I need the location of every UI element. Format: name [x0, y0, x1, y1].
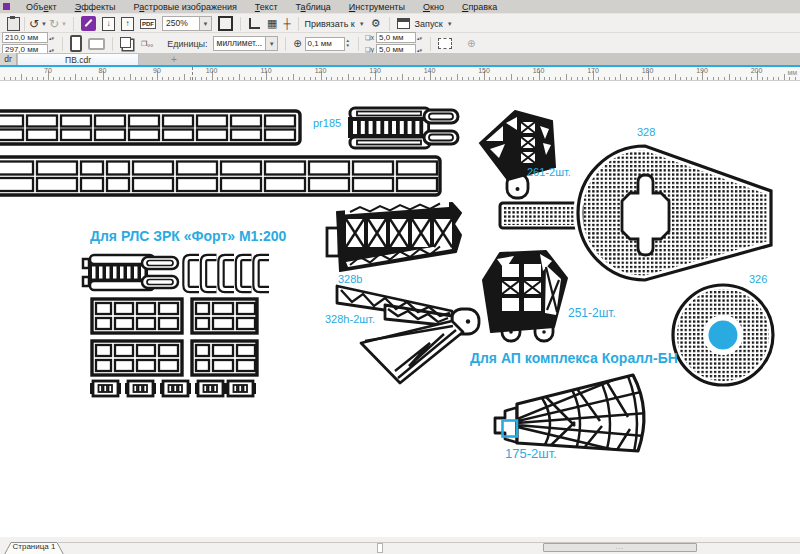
- part-326[interactable]: [673, 285, 773, 385]
- pen-tool-button[interactable]: [81, 16, 96, 31]
- ruler-number: 70: [44, 67, 52, 74]
- treat-as-filled-icon[interactable]: [438, 38, 452, 49]
- snap-to-button[interactable]: Привязать к: [303, 19, 357, 29]
- options-gear-icon[interactable]: ⚙: [371, 17, 381, 30]
- guidelines-toggle-icon[interactable]: ┼: [283, 18, 290, 29]
- export-button[interactable]: ↑: [121, 17, 134, 31]
- ruler-cursor-marker: [192, 67, 193, 80]
- menu-item[interactable]: Растровые изображения: [125, 1, 246, 13]
- snap-to-dropdown-icon[interactable]: ▼: [359, 21, 365, 27]
- menu-bar: ОбъектЭффектыРастровые изображенияТекстТ…: [0, 0, 800, 13]
- part-328b[interactable]: [327, 202, 461, 272]
- zoom-level-combobox[interactable]: 250% ▼: [162, 16, 212, 31]
- import-button[interactable]: ↓: [102, 17, 115, 31]
- undo-dropdown-icon[interactable]: ▼: [41, 21, 47, 27]
- menu-item[interactable]: Текст: [246, 1, 287, 13]
- zoom-dropdown-icon[interactable]: ▼: [200, 16, 212, 31]
- document-tab-partial[interactable]: dr: [0, 53, 17, 65]
- part-label: Для РЛС ЗРК «Форт» М1:200: [90, 228, 286, 244]
- run-button[interactable]: Запуск: [413, 19, 445, 29]
- app-icon: [3, 3, 10, 10]
- part-label: 251-2шт.: [568, 306, 616, 320]
- current-page-size-icon[interactable]: ❐₀₀: [141, 40, 153, 48]
- ruler-number: 110: [260, 67, 271, 74]
- redo-icon: ↻: [49, 18, 59, 30]
- menu-item[interactable]: Эффекты: [66, 1, 125, 13]
- part-label: 328h-2шт.: [325, 313, 375, 325]
- fullscreen-preview-icon[interactable]: [218, 16, 233, 31]
- landscape-orientation-button[interactable]: [88, 38, 105, 50]
- all-pages-size-icon[interactable]: [120, 37, 131, 48]
- drawing-art: [0, 81, 800, 537]
- part-label: pr185: [313, 117, 341, 129]
- run-dropdown-icon[interactable]: ▼: [447, 21, 453, 27]
- ruler-unit-label: мм: [787, 69, 797, 76]
- part-label: 328b: [338, 273, 362, 285]
- part-label: 261-2шт.: [527, 166, 571, 178]
- part-328h[interactable]: [337, 286, 479, 383]
- part-mini-ladder[interactable]: [83, 255, 178, 290]
- standard-toolbar: ↺ ▼ ↻ ▼ ↓ ↑ PDF 250% ▼ ▦ ┼ Привязать к ▼…: [0, 13, 800, 33]
- menu-item[interactable]: Окно: [414, 1, 453, 13]
- grid-toggle-icon[interactable]: ▦: [267, 17, 277, 30]
- part-261[interactable]: [480, 111, 555, 198]
- duplicate-y-spinner[interactable]: ▴▾: [417, 47, 422, 53]
- property-bar: 210,0 мм ▴▾ 297,0 мм ▴▾ ❐₀₀ Единицы: мил…: [0, 32, 800, 54]
- page-tab[interactable]: Страница 1: [3, 541, 65, 554]
- menu-item[interactable]: Таблица: [287, 1, 340, 13]
- page-height-spinner[interactable]: ▴▾: [49, 47, 54, 53]
- menu-item[interactable]: Инструменты: [340, 1, 414, 13]
- rulers-toggle-icon[interactable]: [249, 18, 260, 29]
- paste-icon[interactable]: [7, 17, 20, 31]
- ruler-number: 120: [315, 67, 327, 74]
- part-label: Для АП комплекса Коралл-БН: [470, 350, 678, 366]
- part-label: 328: [637, 126, 655, 138]
- part-label: 175-2шт.: [505, 446, 557, 461]
- redo-dropdown-icon: ▼: [61, 21, 67, 27]
- duplicate-x-field[interactable]: 5,0 мм: [376, 32, 416, 43]
- ruler-number: 200: [751, 67, 763, 74]
- document-tab-bar: dr ПВ.cdr +: [0, 53, 800, 67]
- launcher-panel-icon[interactable]: [397, 18, 410, 29]
- units-value[interactable]: миллимет...: [213, 36, 267, 51]
- page-width-spinner[interactable]: ▴▾: [49, 35, 54, 41]
- portrait-orientation-button[interactable]: [70, 35, 82, 52]
- nudge-icon: ⊕: [293, 38, 301, 49]
- new-document-tab-button[interactable]: +: [165, 53, 183, 65]
- ruler-number: 190: [696, 67, 708, 74]
- menu-item[interactable]: Объект: [17, 1, 66, 13]
- ruler-number: 170: [587, 67, 599, 74]
- page-width-field[interactable]: 210,0 мм: [2, 32, 48, 43]
- menu-items: ОбъектЭффектыРастровые изображенияТекстТ…: [17, 1, 506, 13]
- ruler-number: 130: [369, 67, 381, 74]
- ruler-number: 160: [533, 67, 545, 74]
- zoom-level-value[interactable]: 250%: [162, 16, 200, 31]
- ruler-number: 100: [206, 67, 218, 74]
- h-scrollbar-thumb[interactable]: ∙∙∙: [543, 543, 697, 552]
- status-bar: Страница 1 ∙∙∙: [0, 537, 800, 554]
- ruler-number: 140: [424, 67, 436, 74]
- ruler[interactable]: мм 7080901001101201301401501601701801902…: [0, 67, 800, 81]
- undo-icon[interactable]: ↺: [29, 18, 39, 30]
- ruler-number: 180: [642, 67, 654, 74]
- part-251[interactable]: [483, 251, 567, 341]
- nudge-distance-field[interactable]: 0,1 мм: [305, 37, 345, 51]
- part-326-center-hole: [709, 321, 738, 350]
- ruler-number: 90: [153, 67, 161, 74]
- scrollbar-splitter[interactable]: [377, 543, 383, 553]
- part-clamps[interactable]: [91, 381, 255, 396]
- part-pr185[interactable]: [348, 108, 458, 148]
- part-label: 326: [749, 273, 767, 285]
- publish-pdf-icon[interactable]: PDF: [140, 19, 156, 29]
- duplicate-x-spinner[interactable]: ▴▾: [417, 35, 422, 41]
- ruler-number: 150: [478, 67, 490, 74]
- units-dropdown-icon[interactable]: ▼: [266, 36, 278, 51]
- part-c-brackets[interactable]: [186, 258, 269, 290]
- document-tab-active[interactable]: ПВ.cdr: [17, 53, 139, 65]
- units-label: Единицы:: [165, 39, 209, 49]
- units-dropdown[interactable]: миллимет... ▼: [213, 36, 279, 51]
- menu-item[interactable]: Справка: [453, 1, 506, 13]
- nudge-spinner[interactable]: ▲▼: [346, 39, 350, 48]
- ruler-number: 80: [99, 67, 107, 74]
- canvas[interactable]: pr185261-2шт.328326Для РЛС ЗРК «Форт» М1…: [0, 81, 800, 537]
